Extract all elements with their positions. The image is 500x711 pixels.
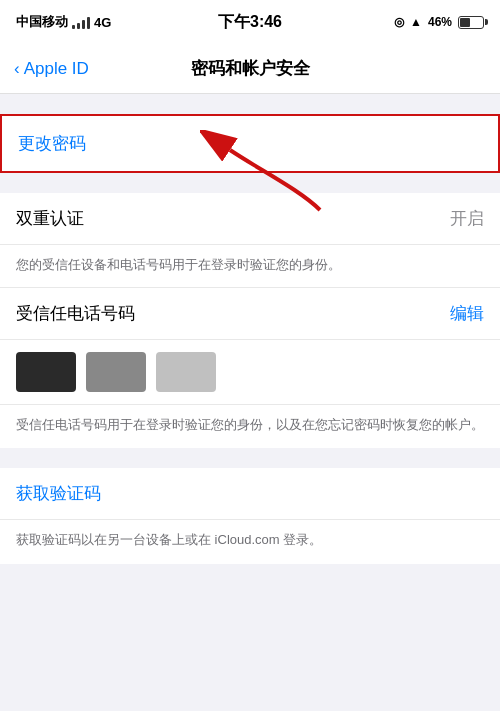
signal-bar-1 (72, 25, 75, 29)
verify-description: 获取验证码以在另一台设备上或在 iCloud.com 登录。 (0, 520, 500, 564)
battery-fill (460, 18, 470, 27)
two-factor-section: 双重认证 开启 您的受信任设备和电话号码用于在登录时验证您的身份。 受信任电话号… (0, 193, 500, 448)
change-password-button[interactable]: 更改密码 (18, 134, 86, 153)
status-bar: 中国移动 4G 下午3:46 ◎ ▲ 46% (0, 0, 500, 44)
network-label: 4G (94, 15, 111, 30)
status-left: 中国移动 4G (16, 13, 111, 31)
wifi-icon: ▲ (410, 15, 422, 29)
edit-button[interactable]: 编辑 (450, 302, 484, 325)
signal-bars-icon (72, 15, 90, 29)
get-verification-code-button[interactable]: 获取验证码 (16, 484, 101, 503)
phone-thumbnails (0, 340, 500, 405)
location-icon: ◎ (394, 15, 404, 29)
two-factor-header: 双重认证 开启 (0, 193, 500, 245)
status-right: ◎ ▲ 46% (394, 15, 484, 29)
verify-link-row[interactable]: 获取验证码 (0, 468, 500, 520)
time-label: 下午3:46 (218, 12, 282, 33)
trusted-phone-row: 受信任电话号码 编辑 (0, 288, 500, 340)
trusted-phone-label: 受信任电话号码 (16, 302, 135, 325)
main-content: 更改密码 双重认证 开启 您的受信任设备和电话号码用于在登录时验证您的身份。 受… (0, 94, 500, 564)
signal-bar-2 (77, 23, 80, 29)
two-factor-label: 双重认证 (16, 207, 84, 230)
battery-percent: 46% (428, 15, 452, 29)
carrier-label: 中国移动 (16, 13, 68, 31)
phone-thumb-2 (86, 352, 146, 392)
phone-thumb-3 (156, 352, 216, 392)
back-label: Apple ID (24, 59, 89, 79)
signal-bar-4 (87, 17, 90, 29)
change-password-section: 更改密码 (0, 114, 500, 173)
battery-icon (458, 16, 484, 29)
two-factor-description: 您的受信任设备和电话号码用于在登录时验证您的身份。 (0, 245, 500, 288)
back-button[interactable]: ‹ Apple ID (14, 59, 89, 79)
signal-bar-3 (82, 20, 85, 29)
chevron-left-icon: ‹ (14, 59, 20, 79)
verify-code-section: 获取验证码 获取验证码以在另一台设备上或在 iCloud.com 登录。 (0, 468, 500, 564)
nav-bar: ‹ Apple ID 密码和帐户安全 (0, 44, 500, 94)
page-title: 密码和帐户安全 (191, 57, 310, 80)
two-factor-status: 开启 (450, 207, 484, 230)
phone-thumb-1 (16, 352, 76, 392)
trusted-phone-note: 受信任电话号码用于在登录时验证您的身份，以及在您忘记密码时恢复您的帐户。 (0, 405, 500, 449)
